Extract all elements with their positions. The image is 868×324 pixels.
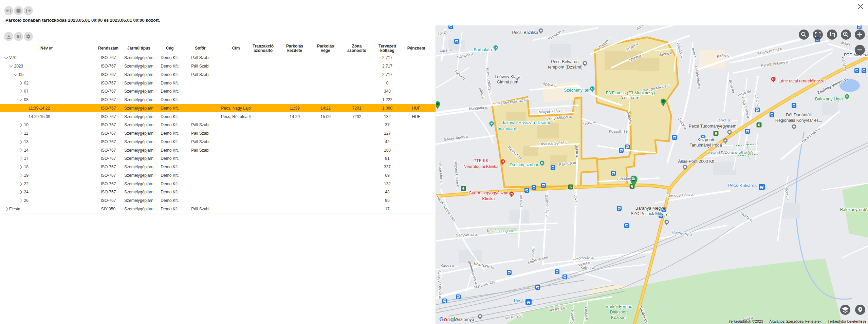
transit-stop-icon[interactable] bbox=[857, 25, 862, 29]
cell-vehicle: Személygépjárn bbox=[124, 148, 153, 153]
transit-stop-icon[interactable] bbox=[524, 188, 529, 193]
transit-stop-icon[interactable] bbox=[535, 285, 540, 290]
column-header-address[interactable]: Cím bbox=[232, 46, 240, 51]
map-canvas[interactable]: 66666HHHy Zoltán u.Attila u.Báthory u.Tá… bbox=[436, 25, 868, 324]
download-button[interactable] bbox=[4, 32, 13, 41]
chevron-right-icon[interactable] bbox=[18, 90, 22, 93]
transit-stop-icon[interactable] bbox=[755, 108, 760, 112]
chevron-right-icon[interactable] bbox=[18, 190, 22, 194]
column-header-driver[interactable]: Sofőr bbox=[195, 46, 205, 51]
row-name: 14:29-15:09 bbox=[29, 114, 50, 119]
chevron-right-icon[interactable] bbox=[18, 140, 22, 144]
chevron-right-icon[interactable] bbox=[18, 157, 22, 160]
svg-text:6: 6 bbox=[462, 187, 464, 191]
map-layers-button[interactable] bbox=[840, 305, 850, 315]
map-zoom-search-button[interactable] bbox=[841, 30, 851, 40]
collapse-left-button[interactable] bbox=[4, 6, 13, 15]
column-header-company[interactable]: Cég bbox=[166, 46, 174, 51]
transit-stop-icon[interactable] bbox=[611, 171, 616, 176]
column-header-zone[interactable]: Zónaazonosító bbox=[347, 44, 366, 53]
transit-stop-icon[interactable] bbox=[454, 39, 459, 44]
map-container[interactable]: 66666HHHy Zoltán u.Attila u.Báthory u.Tá… bbox=[436, 25, 868, 324]
table-row[interactable]: 24ISO-767SzemélygépjárnDemo Kft.48 bbox=[0, 188, 436, 197]
chevron-right-icon[interactable] bbox=[18, 165, 22, 169]
map-crop-button[interactable] bbox=[827, 30, 837, 40]
map-zoom-in-button[interactable] bbox=[855, 30, 865, 40]
map-fullscreen-button[interactable] bbox=[813, 30, 823, 40]
attribution-link[interactable]: Általános Szerződési Feltételek bbox=[769, 319, 821, 323]
table-row[interactable]: 08ISO-767SzemélygépjárnDemo Kft.1 222 bbox=[0, 96, 436, 104]
transit-stop-icon[interactable] bbox=[625, 145, 630, 149]
table-row[interactable]: 19ISO-767SzemélygépjárnDemo Kft.69 bbox=[0, 171, 436, 180]
transit-stop-icon[interactable] bbox=[854, 68, 859, 73]
panels-button[interactable] bbox=[14, 6, 23, 15]
chevron-down-icon[interactable] bbox=[9, 64, 13, 68]
map-zoom-out-button[interactable] bbox=[855, 45, 865, 55]
google-logo[interactable]: Google bbox=[439, 316, 458, 323]
expand-right-button[interactable] bbox=[24, 6, 33, 15]
transit-stop-icon[interactable] bbox=[745, 129, 750, 134]
row-name: 02 bbox=[24, 81, 29, 85]
table-row[interactable]: 22ISO-767SzemélygépjárnDemo Kft.132 bbox=[0, 179, 436, 188]
table-row[interactable]: 14:29-15:09ISO-767SzemélygépjárnDemo Kft… bbox=[0, 112, 436, 121]
chevron-right-icon[interactable] bbox=[18, 131, 22, 135]
transit-stop-icon[interactable] bbox=[770, 112, 774, 117]
settings-button[interactable] bbox=[24, 32, 33, 41]
columns-button[interactable] bbox=[14, 32, 23, 41]
table-row[interactable]: 05ISO-767SzemélygépjárnDemo Kft.Páll Sza… bbox=[0, 71, 436, 79]
table-row[interactable]: 11ISO-767SzemélygépjárnDemo Kft.Páll Sza… bbox=[0, 129, 436, 138]
transit-stop-icon[interactable] bbox=[555, 269, 559, 274]
close-button[interactable] bbox=[856, 2, 865, 11]
column-header-plate[interactable]: Rendszám bbox=[98, 46, 118, 51]
chevron-right-icon[interactable] bbox=[18, 81, 22, 85]
transit-stop-icon[interactable] bbox=[862, 68, 866, 73]
transit-stop-icon[interactable] bbox=[672, 135, 677, 140]
chevron-right-icon[interactable] bbox=[4, 207, 8, 211]
chevron-down-icon[interactable] bbox=[14, 72, 17, 76]
chevron-down-icon[interactable] bbox=[4, 55, 8, 59]
chevron-right-icon[interactable] bbox=[18, 182, 22, 186]
column-header-start[interactable]: Parkoláskezdete bbox=[286, 44, 303, 53]
column-header-name[interactable]: Név bbox=[40, 46, 48, 51]
transit-stop-icon[interactable] bbox=[541, 183, 546, 188]
cell-vehicle: Személygépjárn bbox=[124, 55, 153, 60]
transit-stop-icon[interactable] bbox=[562, 274, 567, 279]
table-row[interactable]: 13ISO-767SzemélygépjárnDemo Kft.Páll Sza… bbox=[0, 138, 436, 147]
transit-stop-icon[interactable] bbox=[624, 223, 629, 228]
table-row[interactable]: 14ISO-767SzemélygépjárnDemo Kft.Páll Sza… bbox=[0, 146, 436, 155]
transit-stop-icon[interactable] bbox=[507, 270, 512, 275]
map-search-button[interactable] bbox=[799, 30, 809, 40]
table-row[interactable]: FiestaSIY-050SzemélygépjárnDemo Kft.Páll… bbox=[0, 205, 436, 214]
chevron-right-icon[interactable] bbox=[18, 198, 22, 202]
column-header-currency[interactable]: Pénznem bbox=[407, 46, 425, 51]
cell-plate: ISO-767 bbox=[101, 55, 116, 60]
chevron-right-icon[interactable] bbox=[18, 173, 22, 177]
attribution-link[interactable]: Térképhiba bejelentése bbox=[828, 319, 866, 323]
chevron-down-icon[interactable] bbox=[18, 97, 22, 101]
train-pin[interactable] bbox=[759, 184, 765, 190]
transit-stop-icon[interactable] bbox=[619, 148, 624, 153]
chevron-right-icon[interactable] bbox=[18, 148, 22, 152]
map-my-location-button[interactable] bbox=[855, 305, 865, 315]
table-row[interactable]: 02ISO-767SzemélygépjárnDemo Kft.0 bbox=[0, 79, 436, 88]
column-header-end[interactable]: Parkolásvége bbox=[317, 44, 334, 53]
column-header-vehicle[interactable]: Jármű típus bbox=[127, 46, 150, 51]
transit-stop-icon[interactable] bbox=[532, 185, 536, 190]
transit-stop-icon[interactable] bbox=[442, 299, 447, 303]
column-header-txn[interactable]: Tranzakcióazonosító bbox=[253, 44, 274, 53]
transit-stop-icon[interactable] bbox=[792, 103, 796, 108]
table-row[interactable]: 2023ISO-767SzemélygépjárnDemo Kft.Páll S… bbox=[0, 62, 436, 71]
table-row[interactable]: 18ISO-767SzemélygépjárnDemo Kft.337 bbox=[0, 163, 436, 172]
table-row[interactable]: 26ISO-767SzemélygépjárnDemo Kft.95 bbox=[0, 196, 436, 205]
table-row[interactable]: 17ISO-767SzemélygépjárnDemo Kft.81 bbox=[0, 154, 436, 163]
transit-stop-icon[interactable] bbox=[551, 165, 555, 170]
table-row[interactable]: 10ISO-767SzemélygépjárnDemo Kft.Páll Sza… bbox=[0, 121, 436, 130]
table-row[interactable]: V70ISO-767SzemélygépjárnDemo Kft.Páll Sz… bbox=[0, 54, 436, 62]
chevron-right-icon[interactable] bbox=[18, 123, 22, 127]
train-pin[interactable] bbox=[525, 299, 532, 305]
column-header-cost[interactable]: Tervezettköltség bbox=[378, 44, 396, 53]
transit-stop-icon[interactable] bbox=[456, 294, 461, 299]
table-row[interactable]: 07ISO-767SzemélygépjárnDemo Kft.348 bbox=[0, 87, 436, 96]
transit-stop-icon[interactable] bbox=[617, 206, 622, 211]
table-row[interactable]: 11:39-14:22ISO-767SzemélygépjárnDemo Kft… bbox=[0, 104, 436, 113]
